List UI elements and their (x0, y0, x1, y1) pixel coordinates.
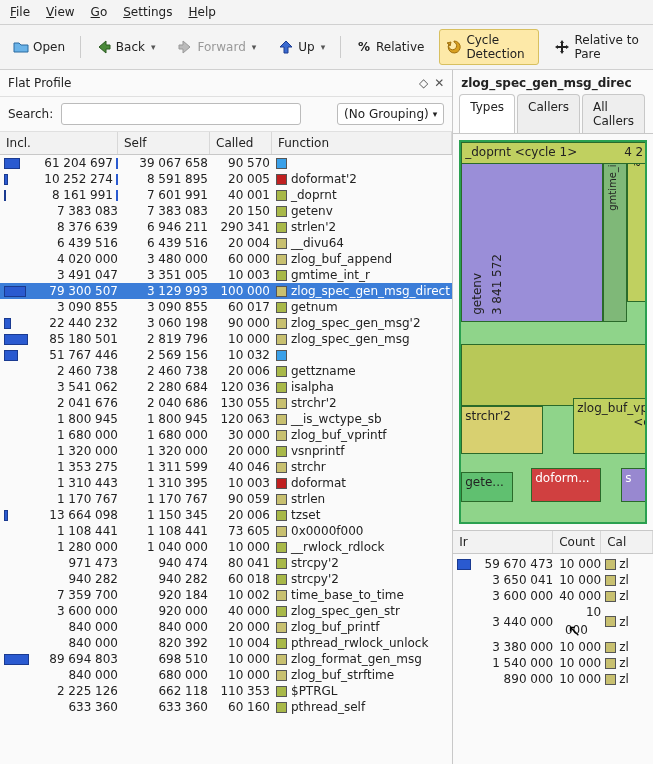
treemap[interactable]: getenv 3 841 572 gmtime_int_r atos _dopr… (459, 140, 647, 524)
table-row[interactable]: 971 473940 47480 041strcpy'2 (0, 555, 452, 571)
table-row[interactable]: 1 108 4411 108 44173 6050x0000f000 (0, 523, 452, 539)
color-swatch (605, 658, 616, 669)
table-row[interactable]: 1 320 0001 320 00020 000vsnprintf (0, 443, 452, 459)
menu-view[interactable]: View (46, 5, 74, 19)
column-self[interactable]: Self (118, 132, 210, 154)
search-input[interactable] (61, 103, 301, 125)
list-item[interactable]: 890 00010 000zl (453, 671, 653, 687)
table-row[interactable]: 8 161 9917 601 99140 001_doprnt (0, 187, 452, 203)
list-item[interactable]: 3 440 00010 000↖zl (453, 604, 653, 639)
table-row[interactable]: 1 800 9451 800 945120 063__is_wctype_sb (0, 411, 452, 427)
function-name: __rwlock_rdlock (291, 540, 385, 554)
color-swatch (276, 446, 287, 457)
color-swatch (276, 366, 287, 377)
treemap-gete-label: gete... (465, 475, 504, 489)
list-item[interactable]: 3 650 04110 000zl (453, 572, 653, 588)
dropdown-icon[interactable]: ▾ (151, 42, 156, 52)
table-row[interactable]: 6 439 5166 439 51620 004__divu64 (0, 235, 452, 251)
cycle-detection-button[interactable]: Cycle Detection (439, 29, 539, 65)
table-row[interactable]: 1 680 0001 680 00030 000zlog_buf_vprintf (0, 427, 452, 443)
treemap-doprnt-count: 4 2 (624, 145, 643, 159)
relative-parent-button[interactable]: Relative to Pare (547, 29, 647, 65)
menu-file[interactable]: File (10, 5, 30, 19)
dropdown-icon[interactable]: ▾ (321, 42, 326, 52)
table-row[interactable]: 10 252 2748 591 89520 005doformat'2 (0, 171, 452, 187)
open-button[interactable]: Open (6, 35, 72, 59)
table-row[interactable]: 8 376 6396 946 211290 341strlen'2 (0, 219, 452, 235)
table-row[interactable]: 61 204 69739 067 65890 570 (0, 155, 452, 171)
color-swatch (276, 270, 287, 281)
forward-label: Forward (197, 40, 245, 54)
table-row[interactable]: 1 280 0001 040 00010 000__rwlock_rdlock (0, 539, 452, 555)
table-row[interactable]: 940 282940 28260 018strcpy'2 (0, 571, 452, 587)
toolbar: Open Back ▾ Forward ▾ Up ▾ % Relative Cy… (0, 25, 653, 70)
table-row[interactable]: 2 041 6762 040 686130 055strchr'2 (0, 395, 452, 411)
table-row[interactable]: 2 225 126662 118110 353$PTRGL (0, 683, 452, 699)
callee-name: zl (619, 573, 629, 587)
open-label: Open (33, 40, 65, 54)
table-row[interactable]: 1 353 2751 311 59940 046strchr (0, 459, 452, 475)
table-row[interactable]: 3 600 000920 00040 000zlog_spec_gen_str (0, 603, 452, 619)
table-row[interactable]: 840 000820 39210 004pthread_rwlock_unloc… (0, 635, 452, 651)
close-icon[interactable]: ✕ (434, 76, 444, 90)
table-row[interactable]: 3 090 8553 090 85560 017getnum (0, 299, 452, 315)
table-row[interactable]: 51 767 4462 569 15610 032 (0, 347, 452, 363)
table-row[interactable]: 633 360633 36060 160pthread_self (0, 699, 452, 715)
function-name: gmtime_int_r (291, 268, 370, 282)
function-name: getnum (291, 300, 338, 314)
table-row[interactable]: 1 170 7671 170 76790 059strlen (0, 491, 452, 507)
back-button[interactable]: Back ▾ (89, 35, 163, 59)
color-swatch (605, 591, 616, 602)
treemap-doform-label: doform... (535, 471, 589, 485)
table-row[interactable]: 7 383 0837 383 08320 150getenv (0, 203, 452, 219)
color-swatch (605, 559, 616, 570)
list-item[interactable]: 3 380 00010 000zl (453, 639, 653, 655)
color-swatch (276, 254, 287, 265)
column-ir[interactable]: Ir (453, 531, 553, 553)
color-swatch (276, 318, 287, 329)
forward-button[interactable]: Forward ▾ (170, 35, 263, 59)
column-called[interactable]: Called (210, 132, 272, 154)
up-button[interactable]: Up ▾ (271, 35, 332, 59)
function-name: vsnprintf (291, 444, 344, 458)
table-row[interactable]: 22 440 2323 060 19890 000zlog_spec_gen_m… (0, 315, 452, 331)
menu-settings[interactable]: Settings (123, 5, 172, 19)
column-cal[interactable]: Cal (601, 531, 653, 553)
table-row[interactable]: 3 541 0622 280 684120 036isalpha (0, 379, 452, 395)
grouping-value: (No Grouping) (344, 107, 429, 121)
tab-callers[interactable]: Callers (517, 94, 580, 133)
table-row[interactable]: 2 460 7382 460 73820 006gettzname (0, 363, 452, 379)
grouping-select[interactable]: (No Grouping) ▾ (337, 103, 444, 125)
function-name: __divu64 (291, 236, 344, 250)
table-row[interactable]: 79 300 5073 129 993100 000zlog_spec_gen_… (0, 283, 452, 299)
table-row[interactable]: 840 000840 00020 000zlog_buf_printf (0, 619, 452, 635)
menu-go[interactable]: Go (91, 5, 108, 19)
relative-button[interactable]: % Relative (349, 35, 431, 59)
list-item[interactable]: 59 670 47310 000zl (453, 556, 653, 572)
table-row[interactable]: 13 664 0981 150 34520 006tzset (0, 507, 452, 523)
table-row[interactable]: 7 359 700920 18410 002time_base_to_time (0, 587, 452, 603)
column-incl[interactable]: Incl. (0, 132, 118, 154)
color-swatch (276, 430, 287, 441)
color-swatch (276, 478, 287, 489)
arrow-right-icon (177, 39, 193, 55)
list-item[interactable]: 1 540 00010 000zl (453, 655, 653, 671)
table-row[interactable]: 840 000680 00010 000zlog_buf_strftime (0, 667, 452, 683)
table-row[interactable]: 85 180 5012 819 79610 000zlog_spec_gen_m… (0, 331, 452, 347)
menu-help[interactable]: Help (188, 5, 215, 19)
tab-all-callers[interactable]: All Callers (582, 94, 645, 133)
list-item[interactable]: 3 600 00040 000zl (453, 588, 653, 604)
table-row[interactable]: 1 310 4431 310 39510 003doformat (0, 475, 452, 491)
table-row[interactable]: 3 491 0473 351 00510 003gmtime_int_r (0, 267, 452, 283)
column-function[interactable]: Function (272, 132, 452, 154)
table-row[interactable]: 4 020 0003 480 00060 000zlog_buf_append (0, 251, 452, 267)
column-count[interactable]: Count (553, 531, 601, 553)
detach-icon[interactable]: ◇ (419, 76, 428, 90)
separator (80, 36, 81, 58)
function-name: 0x0000f000 (291, 524, 363, 538)
table-row[interactable]: 89 694 803698 51010 000zlog_format_gen_m… (0, 651, 452, 667)
treemap-zlogbuf-label: zlog_buf_ (577, 401, 633, 415)
tab-types[interactable]: Types (459, 94, 515, 133)
color-swatch (276, 462, 287, 473)
dropdown-icon[interactable]: ▾ (252, 42, 257, 52)
